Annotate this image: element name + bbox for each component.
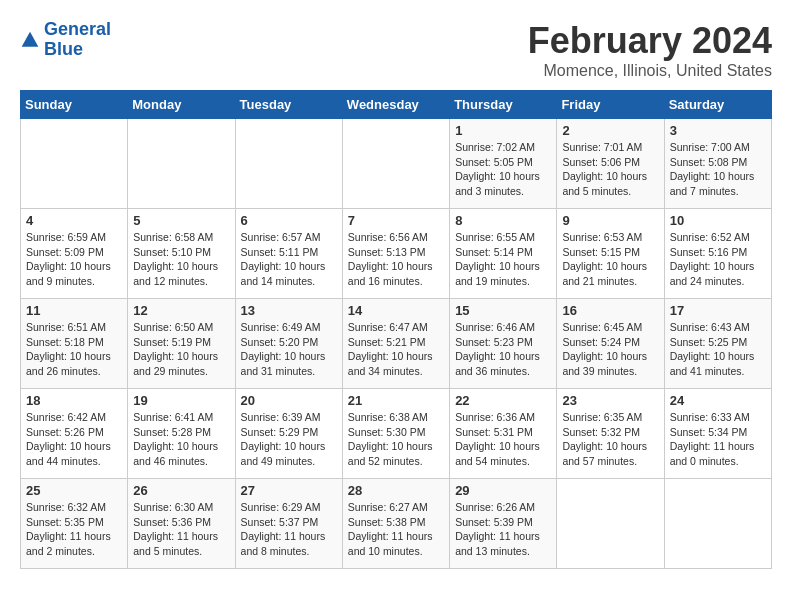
- day-number: 1: [455, 123, 551, 138]
- day-info: Sunrise: 6:33 AMSunset: 5:34 PMDaylight:…: [670, 410, 766, 469]
- day-number: 21: [348, 393, 444, 408]
- day-cell: 15Sunrise: 6:46 AMSunset: 5:23 PMDayligh…: [450, 299, 557, 389]
- day-cell: 29Sunrise: 6:26 AMSunset: 5:39 PMDayligh…: [450, 479, 557, 569]
- column-header-thursday: Thursday: [450, 91, 557, 119]
- day-number: 22: [455, 393, 551, 408]
- day-cell: 28Sunrise: 6:27 AMSunset: 5:38 PMDayligh…: [342, 479, 449, 569]
- column-header-saturday: Saturday: [664, 91, 771, 119]
- logo-text: General Blue: [44, 20, 111, 60]
- column-header-monday: Monday: [128, 91, 235, 119]
- day-info: Sunrise: 6:26 AMSunset: 5:39 PMDaylight:…: [455, 500, 551, 559]
- day-cell: 27Sunrise: 6:29 AMSunset: 5:37 PMDayligh…: [235, 479, 342, 569]
- day-cell: 18Sunrise: 6:42 AMSunset: 5:26 PMDayligh…: [21, 389, 128, 479]
- logo: General Blue: [20, 20, 111, 60]
- day-info: Sunrise: 6:47 AMSunset: 5:21 PMDaylight:…: [348, 320, 444, 379]
- week-row-3: 11Sunrise: 6:51 AMSunset: 5:18 PMDayligh…: [21, 299, 772, 389]
- calendar-table: SundayMondayTuesdayWednesdayThursdayFrid…: [20, 90, 772, 569]
- day-info: Sunrise: 6:27 AMSunset: 5:38 PMDaylight:…: [348, 500, 444, 559]
- day-cell: [664, 479, 771, 569]
- day-number: 18: [26, 393, 122, 408]
- day-cell: 20Sunrise: 6:39 AMSunset: 5:29 PMDayligh…: [235, 389, 342, 479]
- day-info: Sunrise: 6:52 AMSunset: 5:16 PMDaylight:…: [670, 230, 766, 289]
- day-info: Sunrise: 6:50 AMSunset: 5:19 PMDaylight:…: [133, 320, 229, 379]
- day-cell: [557, 479, 664, 569]
- day-number: 7: [348, 213, 444, 228]
- day-info: Sunrise: 6:49 AMSunset: 5:20 PMDaylight:…: [241, 320, 337, 379]
- day-number: 9: [562, 213, 658, 228]
- day-info: Sunrise: 7:00 AMSunset: 5:08 PMDaylight:…: [670, 140, 766, 199]
- day-cell: 14Sunrise: 6:47 AMSunset: 5:21 PMDayligh…: [342, 299, 449, 389]
- day-info: Sunrise: 6:56 AMSunset: 5:13 PMDaylight:…: [348, 230, 444, 289]
- day-number: 5: [133, 213, 229, 228]
- day-cell: 26Sunrise: 6:30 AMSunset: 5:36 PMDayligh…: [128, 479, 235, 569]
- day-cell: 11Sunrise: 6:51 AMSunset: 5:18 PMDayligh…: [21, 299, 128, 389]
- day-cell: 25Sunrise: 6:32 AMSunset: 5:35 PMDayligh…: [21, 479, 128, 569]
- day-info: Sunrise: 6:59 AMSunset: 5:09 PMDaylight:…: [26, 230, 122, 289]
- day-cell: 5Sunrise: 6:58 AMSunset: 5:10 PMDaylight…: [128, 209, 235, 299]
- calendar-title: February 2024: [528, 20, 772, 62]
- day-number: 2: [562, 123, 658, 138]
- day-info: Sunrise: 6:51 AMSunset: 5:18 PMDaylight:…: [26, 320, 122, 379]
- column-header-tuesday: Tuesday: [235, 91, 342, 119]
- week-row-1: 1Sunrise: 7:02 AMSunset: 5:05 PMDaylight…: [21, 119, 772, 209]
- day-number: 23: [562, 393, 658, 408]
- day-number: 19: [133, 393, 229, 408]
- day-cell: [235, 119, 342, 209]
- day-cell: [21, 119, 128, 209]
- day-info: Sunrise: 6:57 AMSunset: 5:11 PMDaylight:…: [241, 230, 337, 289]
- day-cell: 4Sunrise: 6:59 AMSunset: 5:09 PMDaylight…: [21, 209, 128, 299]
- day-cell: 3Sunrise: 7:00 AMSunset: 5:08 PMDaylight…: [664, 119, 771, 209]
- day-info: Sunrise: 6:53 AMSunset: 5:15 PMDaylight:…: [562, 230, 658, 289]
- svg-marker-0: [22, 31, 39, 46]
- week-row-2: 4Sunrise: 6:59 AMSunset: 5:09 PMDaylight…: [21, 209, 772, 299]
- day-number: 6: [241, 213, 337, 228]
- day-cell: 22Sunrise: 6:36 AMSunset: 5:31 PMDayligh…: [450, 389, 557, 479]
- day-number: 28: [348, 483, 444, 498]
- day-info: Sunrise: 7:02 AMSunset: 5:05 PMDaylight:…: [455, 140, 551, 199]
- day-cell: 9Sunrise: 6:53 AMSunset: 5:15 PMDaylight…: [557, 209, 664, 299]
- day-info: Sunrise: 6:55 AMSunset: 5:14 PMDaylight:…: [455, 230, 551, 289]
- day-info: Sunrise: 6:36 AMSunset: 5:31 PMDaylight:…: [455, 410, 551, 469]
- day-number: 15: [455, 303, 551, 318]
- column-header-wednesday: Wednesday: [342, 91, 449, 119]
- day-cell: [128, 119, 235, 209]
- calendar-header: SundayMondayTuesdayWednesdayThursdayFrid…: [21, 91, 772, 119]
- day-info: Sunrise: 6:41 AMSunset: 5:28 PMDaylight:…: [133, 410, 229, 469]
- day-number: 20: [241, 393, 337, 408]
- title-block: February 2024 Momence, Illinois, United …: [528, 20, 772, 80]
- day-info: Sunrise: 6:42 AMSunset: 5:26 PMDaylight:…: [26, 410, 122, 469]
- week-row-5: 25Sunrise: 6:32 AMSunset: 5:35 PMDayligh…: [21, 479, 772, 569]
- day-cell: 17Sunrise: 6:43 AMSunset: 5:25 PMDayligh…: [664, 299, 771, 389]
- day-number: 14: [348, 303, 444, 318]
- day-number: 27: [241, 483, 337, 498]
- day-cell: 16Sunrise: 6:45 AMSunset: 5:24 PMDayligh…: [557, 299, 664, 389]
- day-cell: 21Sunrise: 6:38 AMSunset: 5:30 PMDayligh…: [342, 389, 449, 479]
- day-cell: 8Sunrise: 6:55 AMSunset: 5:14 PMDaylight…: [450, 209, 557, 299]
- day-number: 24: [670, 393, 766, 408]
- calendar-subtitle: Momence, Illinois, United States: [528, 62, 772, 80]
- header: General Blue February 2024 Momence, Illi…: [20, 20, 772, 80]
- day-cell: 1Sunrise: 7:02 AMSunset: 5:05 PMDaylight…: [450, 119, 557, 209]
- day-info: Sunrise: 6:39 AMSunset: 5:29 PMDaylight:…: [241, 410, 337, 469]
- day-info: Sunrise: 6:30 AMSunset: 5:36 PMDaylight:…: [133, 500, 229, 559]
- day-info: Sunrise: 6:29 AMSunset: 5:37 PMDaylight:…: [241, 500, 337, 559]
- day-cell: 19Sunrise: 6:41 AMSunset: 5:28 PMDayligh…: [128, 389, 235, 479]
- day-number: 16: [562, 303, 658, 318]
- day-cell: 12Sunrise: 6:50 AMSunset: 5:19 PMDayligh…: [128, 299, 235, 389]
- day-cell: 13Sunrise: 6:49 AMSunset: 5:20 PMDayligh…: [235, 299, 342, 389]
- header-row: SundayMondayTuesdayWednesdayThursdayFrid…: [21, 91, 772, 119]
- day-number: 26: [133, 483, 229, 498]
- calendar-body: 1Sunrise: 7:02 AMSunset: 5:05 PMDaylight…: [21, 119, 772, 569]
- column-header-friday: Friday: [557, 91, 664, 119]
- day-info: Sunrise: 6:46 AMSunset: 5:23 PMDaylight:…: [455, 320, 551, 379]
- day-number: 12: [133, 303, 229, 318]
- column-header-sunday: Sunday: [21, 91, 128, 119]
- day-number: 11: [26, 303, 122, 318]
- day-number: 10: [670, 213, 766, 228]
- day-info: Sunrise: 6:45 AMSunset: 5:24 PMDaylight:…: [562, 320, 658, 379]
- day-cell: 6Sunrise: 6:57 AMSunset: 5:11 PMDaylight…: [235, 209, 342, 299]
- day-info: Sunrise: 6:32 AMSunset: 5:35 PMDaylight:…: [26, 500, 122, 559]
- day-info: Sunrise: 6:35 AMSunset: 5:32 PMDaylight:…: [562, 410, 658, 469]
- day-number: 13: [241, 303, 337, 318]
- day-number: 25: [26, 483, 122, 498]
